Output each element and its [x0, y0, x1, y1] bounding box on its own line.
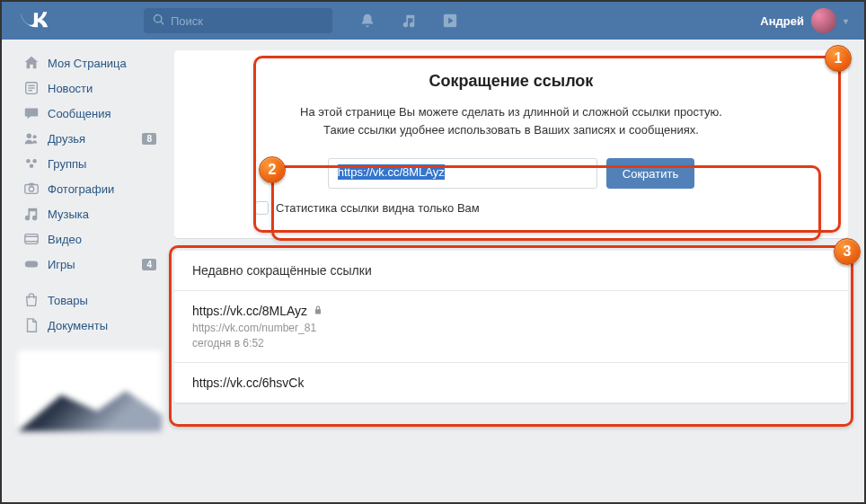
link-item[interactable]: https://vk.cc/6hsvCk [174, 363, 848, 403]
checkbox-label: Статистика ссылки видна только Вам [276, 201, 480, 215]
sidebar-item-games[interactable]: Игры4 [18, 252, 162, 277]
search-icon [153, 13, 165, 29]
annotation-3: 3 [834, 238, 861, 265]
description: На этой странице Вы можете сделать из дл… [210, 103, 812, 138]
market-icon [23, 292, 40, 308]
sidebar-item-label: Новости [48, 82, 93, 95]
annotation-2: 2 [259, 156, 286, 183]
sidebar-item-label: Документы [48, 319, 108, 332]
friends-icon [23, 130, 40, 146]
games-icon [23, 256, 40, 272]
username: Андрей [760, 14, 804, 28]
short-url: https://vk.cc/8MLAyz [192, 304, 830, 318]
sidebar-item-label: Товары [48, 294, 88, 307]
recent-card: Недавно сокращённые ссылки https://vk.cc… [174, 251, 848, 403]
user-menu[interactable]: Андрей ▾ [760, 8, 848, 33]
search-placeholder: Поиск [171, 14, 203, 28]
page-title: Сокращение ссылок [210, 72, 812, 91]
photo-icon [23, 181, 40, 197]
sidebar-item-friends[interactable]: Друзья8 [18, 126, 162, 151]
news-icon [23, 80, 40, 96]
sidebar-item-label: Фотографии [48, 182, 114, 196]
bell-icon[interactable] [359, 13, 376, 29]
svg-rect-10 [25, 185, 38, 194]
svg-rect-16 [25, 261, 38, 267]
badge: 8 [142, 133, 156, 145]
sidebar: Моя СтраницаНовостиСообщенияДрузья8Групп… [18, 50, 162, 431]
sidebar-item-label: Друзья [48, 132, 85, 146]
sidebar-widget[interactable] [18, 350, 162, 431]
svg-point-6 [33, 135, 37, 138]
sidebar-item-label: Игры [48, 258, 75, 271]
url-input[interactable]: https://vk.cc/8MLAyz [328, 158, 597, 189]
timestamp: сегодня в 6:52 [192, 337, 830, 349]
sidebar-item-home[interactable]: Моя Страница [18, 50, 162, 75]
avatar [811, 8, 836, 33]
svg-rect-12 [29, 183, 33, 186]
sidebar-item-market[interactable]: Товары [18, 287, 162, 313]
groups-icon [23, 155, 40, 172]
play-icon[interactable] [442, 13, 458, 29]
sidebar-item-news[interactable]: Новости [18, 75, 162, 101]
sidebar-item-photo[interactable]: Фотографии [18, 176, 162, 201]
shorten-button[interactable]: Сократить [606, 158, 694, 189]
main-content: Сокращение ссылок На этой странице Вы мо… [174, 50, 848, 431]
sidebar-item-video[interactable]: Видео [18, 226, 162, 252]
checkbox[interactable] [255, 201, 269, 215]
lock-icon [313, 304, 323, 318]
link-item[interactable]: https://vk.cc/8MLAyz https://vk.com/numb… [174, 291, 848, 363]
shortener-card: Сокращение ссылок На этой странице Вы мо… [174, 50, 848, 238]
sidebar-item-label: Музыка [48, 208, 89, 221]
sidebar-item-label: Моя Страница [48, 57, 127, 70]
sidebar-item-docs[interactable]: Документы [18, 313, 162, 338]
sidebar-item-label: Сообщения [48, 107, 111, 120]
docs-icon [23, 317, 40, 333]
music-icon [23, 206, 40, 222]
sidebar-item-msg[interactable]: Сообщения [18, 101, 162, 126]
svg-point-9 [30, 164, 34, 168]
short-url: https://vk.cc/6hsvCk [192, 376, 830, 390]
svg-point-8 [32, 159, 37, 164]
header-icons [359, 13, 458, 29]
svg-rect-13 [25, 234, 38, 244]
recent-header: Недавно сокращённые ссылки [174, 251, 848, 291]
home-icon [23, 55, 40, 71]
svg-point-5 [27, 134, 31, 138]
sidebar-item-music[interactable]: Музыка [18, 201, 162, 226]
form-row: https://vk.cc/8MLAyz Сократить [210, 158, 812, 189]
vk-logo[interactable] [18, 10, 144, 32]
badge: 4 [142, 259, 156, 270]
original-url: https://vk.com/number_81 [192, 322, 830, 334]
video-icon [23, 231, 40, 247]
search-input[interactable]: Поиск [144, 8, 332, 33]
sidebar-item-groups[interactable]: Группы [18, 151, 162, 176]
svg-point-11 [29, 187, 33, 191]
private-checkbox-row[interactable]: Статистика ссылки видна только Вам [210, 201, 812, 215]
sidebar-item-label: Группы [48, 157, 86, 171]
msg-icon [23, 105, 40, 121]
music-icon[interactable] [401, 13, 417, 29]
chevron-down-icon: ▾ [844, 16, 848, 26]
svg-point-7 [26, 159, 31, 164]
sidebar-item-label: Видео [48, 233, 82, 246]
annotation-1: 1 [825, 45, 852, 72]
top-header: Поиск Андрей ▾ [2, 2, 864, 40]
